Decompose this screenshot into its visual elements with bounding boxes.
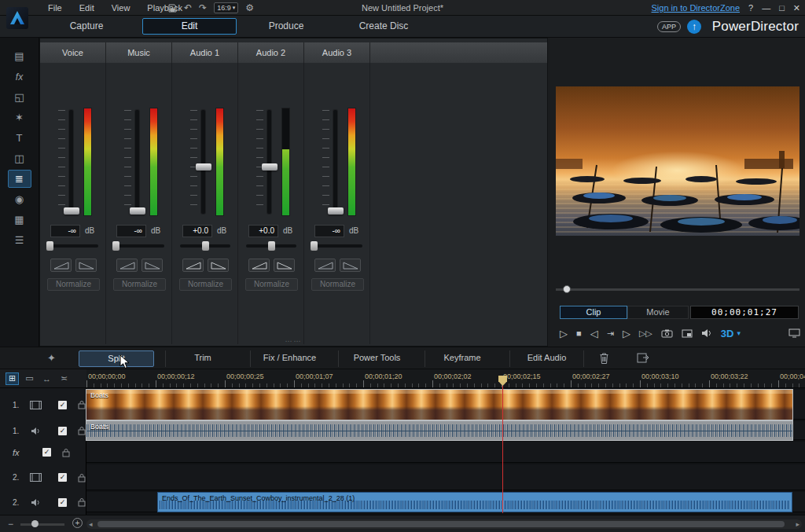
- clip-mode-button[interactable]: Clip: [560, 306, 627, 319]
- pan-slider-handle[interactable]: [202, 241, 209, 251]
- pan-slider-handle[interactable]: [268, 241, 275, 251]
- sidebar-item-voice-over-room[interactable]: ◉: [8, 190, 31, 208]
- stop-button[interactable]: ■: [576, 328, 582, 338]
- normalize-button[interactable]: Normalize: [47, 278, 100, 291]
- pan-slider-handle[interactable]: [46, 241, 53, 251]
- sidebar-item-chapter-room[interactable]: ▦: [8, 211, 31, 229]
- timeline-zoom-handle[interactable]: [31, 520, 39, 527]
- volume-fader-track[interactable]: [267, 110, 271, 214]
- movie-mode-button[interactable]: Movie: [627, 306, 689, 319]
- timeline-horizontal-scrollbar[interactable]: ◂ ▸: [86, 519, 802, 529]
- pan-slider-track[interactable]: [48, 244, 98, 248]
- sidebar-item-transition-room[interactable]: ◫: [8, 149, 31, 167]
- 3d-dropdown-caret-icon[interactable]: ▾: [737, 329, 741, 337]
- sidebar-item-title-room[interactable]: T: [8, 129, 31, 147]
- save-icon[interactable]: [168, 4, 177, 13]
- pan-slider-handle[interactable]: [112, 241, 119, 251]
- fade-in-button[interactable]: [314, 259, 336, 272]
- normalize-button[interactable]: Normalize: [113, 278, 166, 291]
- tab-capture[interactable]: Capture: [39, 18, 134, 35]
- next-frame-button[interactable]: ▷: [623, 328, 630, 339]
- normalize-button[interactable]: Normalize: [311, 278, 364, 291]
- magic-tool-icon[interactable]: ✦: [47, 352, 56, 364]
- keyframe-button[interactable]: Keyframe: [425, 350, 499, 367]
- delete-trash-icon[interactable]: [599, 352, 609, 365]
- power-tools-button[interactable]: Power Tools: [338, 350, 415, 367]
- edit-audio-button[interactable]: Edit Audio: [509, 350, 584, 367]
- timeline-zoom-slider[interactable]: [20, 523, 64, 526]
- scrollbar-thumb[interactable]: [97, 521, 785, 527]
- pip-preview-icon[interactable]: [682, 329, 693, 338]
- app-badge[interactable]: APP: [657, 21, 681, 32]
- scroll-left-arrow[interactable]: ◂: [89, 519, 93, 529]
- track-enable-checkbox[interactable]: ✓: [58, 427, 67, 435]
- volume-speaker-icon[interactable]: [701, 328, 712, 338]
- undo-icon[interactable]: ↶: [184, 0, 192, 16]
- upgrade-arrow-icon[interactable]: ↑: [687, 20, 701, 34]
- tab-create-disc[interactable]: Create Disc: [336, 18, 431, 35]
- range-select-icon[interactable]: ▭: [23, 372, 36, 385]
- sidebar-item-particle-room[interactable]: ✶: [8, 108, 31, 127]
- volume-fader-handle[interactable]: [196, 163, 211, 171]
- sidebar-item-subtitle-room[interactable]: ☰: [8, 231, 31, 249]
- settings-gear-icon[interactable]: ⚙: [245, 0, 254, 16]
- produce-range-icon[interactable]: [637, 352, 649, 364]
- volume-fader-track[interactable]: [135, 110, 139, 214]
- sidebar-item-pip-objects-room[interactable]: ◱: [8, 88, 31, 106]
- 3d-mode-button[interactable]: 3D: [721, 328, 734, 339]
- track-enable-checkbox[interactable]: ✓: [42, 448, 51, 457]
- normalize-button[interactable]: Normalize: [179, 278, 232, 291]
- track-lock-icon[interactable]: [78, 400, 86, 409]
- fit-timeline-icon[interactable]: ↔: [40, 372, 53, 385]
- fade-out-button[interactable]: [208, 259, 229, 272]
- aspect-ratio-select[interactable]: 16:9 ▾: [214, 2, 238, 13]
- menu-view[interactable]: View: [103, 3, 139, 13]
- track-enable-checkbox[interactable]: ✓: [58, 498, 67, 507]
- fade-in-button[interactable]: [182, 259, 204, 272]
- tab-produce[interactable]: Produce: [239, 18, 333, 35]
- fx-track[interactable]: [86, 442, 805, 463]
- minimize-button[interactable]: —: [762, 3, 770, 13]
- fix-enhance-button[interactable]: Fix / Enhance: [250, 350, 329, 367]
- signin-directorzone-link[interactable]: Sign in to DirectorZone: [652, 3, 741, 13]
- timeline-ruler[interactable]: 00;00;00;00 00;00;00;12 00;00;00;25 00;0…: [86, 369, 805, 388]
- fade-in-button[interactable]: [116, 259, 138, 272]
- snap-icon[interactable]: ≍: [57, 372, 71, 385]
- fade-out-button[interactable]: [142, 259, 163, 272]
- split-button[interactable]: Split: [79, 350, 154, 367]
- track-manager-icon[interactable]: ⊞: [6, 372, 19, 385]
- video-track-2[interactable]: [86, 464, 805, 490]
- snapshot-camera-icon[interactable]: [661, 329, 673, 338]
- track-lock-icon[interactable]: [78, 473, 86, 482]
- panel-resize-handle[interactable]: ⋯⋯: [285, 337, 303, 345]
- pan-slider-track[interactable]: [312, 244, 362, 248]
- previous-frame-button[interactable]: ◁: [590, 328, 598, 339]
- volume-fader-track[interactable]: [333, 110, 337, 214]
- scroll-right-arrow[interactable]: ▸: [796, 519, 799, 529]
- fade-in-button[interactable]: [50, 259, 72, 272]
- music-clip[interactable]: Ends_Of_The_Earth_Sunset_Cowboy_instrume…: [157, 492, 792, 512]
- track-enable-checkbox[interactable]: ✓: [58, 401, 67, 409]
- volume-fader-track[interactable]: [69, 110, 73, 214]
- redo-icon[interactable]: ↷: [199, 0, 207, 16]
- trim-button[interactable]: Trim: [165, 350, 240, 367]
- menu-file[interactable]: File: [39, 3, 71, 13]
- volume-fader-handle[interactable]: [130, 207, 145, 215]
- audio-clip-boats[interactable]: Boats: [86, 421, 792, 440]
- maximize-button[interactable]: □: [779, 3, 785, 13]
- video-track-1[interactable]: Boats: [86, 390, 805, 420]
- preview-seek-handle[interactable]: [563, 285, 571, 293]
- pan-slider-handle[interactable]: [311, 241, 318, 251]
- preview-seek-track[interactable]: [556, 288, 799, 291]
- timecode-display[interactable]: 00;00;01;27: [690, 306, 799, 319]
- fullscreen-icon[interactable]: [788, 328, 800, 338]
- sidebar-item-media-room[interactable]: ▤: [8, 47, 31, 65]
- sidebar-item-audio-mixing-room[interactable]: ≣: [8, 170, 31, 188]
- menu-edit[interactable]: Edit: [71, 3, 103, 13]
- help-button[interactable]: ?: [748, 3, 753, 13]
- play-button[interactable]: ▷: [560, 328, 568, 339]
- step-button[interactable]: ⇥: [607, 328, 614, 339]
- zoom-in-button[interactable]: +: [72, 518, 83, 528]
- fade-out-button[interactable]: [340, 259, 361, 272]
- video-clip-boats[interactable]: Boats: [86, 390, 792, 420]
